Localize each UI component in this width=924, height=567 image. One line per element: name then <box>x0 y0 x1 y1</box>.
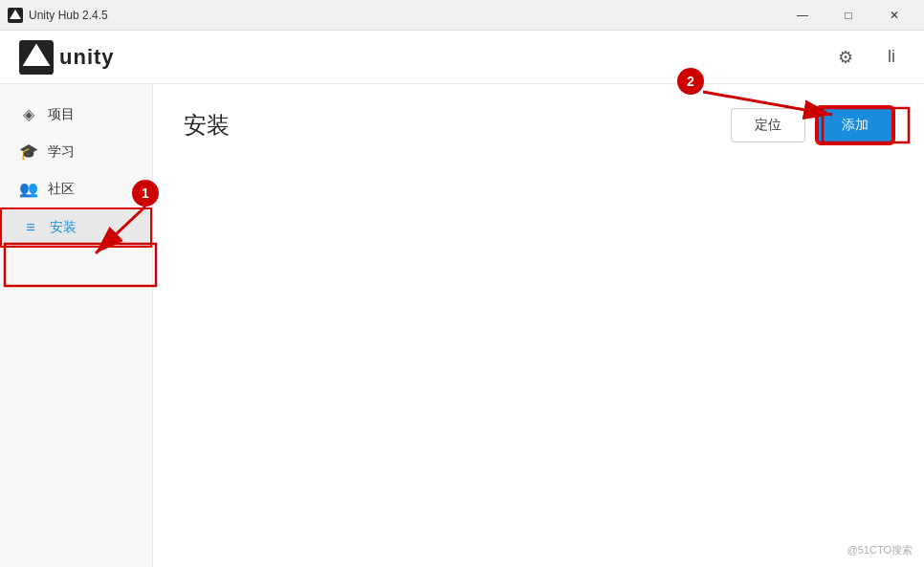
projects-icon: ◈ <box>19 105 38 123</box>
learn-icon: 🎓 <box>19 142 38 161</box>
sidebar-item-install[interactable]: ≡ 安装 <box>0 207 152 248</box>
add-button[interactable]: 添加 <box>817 107 893 143</box>
logo-area: unity <box>19 40 115 75</box>
sidebar: ◈ 项目 🎓 学习 👥 社区 ≡ 安装 <box>0 84 153 567</box>
sidebar-item-projects-label: 项目 <box>48 106 75 123</box>
community-icon: 👥 <box>19 180 38 198</box>
main-content: 安装 定位 添加 <box>153 84 924 567</box>
watermark: @51CTO搜索 <box>847 543 913 557</box>
unity-logo-icon <box>19 40 54 75</box>
close-button[interactable]: ✕ <box>872 0 916 31</box>
app-header: unity ⚙ li <box>0 31 924 84</box>
sidebar-item-community[interactable]: 👥 社区 <box>0 170 152 207</box>
sidebar-item-community-label: 社区 <box>48 181 75 198</box>
titlebar-controls: — □ ✕ <box>781 0 916 31</box>
titlebar-title: Unity Hub 2.4.5 <box>29 9 108 22</box>
app-container: unity ⚙ li ◈ 项目 🎓 学习 👥 社区 ≡ 安装 <box>0 31 924 567</box>
app-body: ◈ 项目 🎓 学习 👥 社区 ≡ 安装 安装 定位 添加 <box>0 84 924 567</box>
maximize-button[interactable]: □ <box>826 0 870 31</box>
sidebar-item-install-label: 安装 <box>50 219 77 236</box>
settings-button[interactable]: ⚙ <box>828 40 863 75</box>
content-actions: 定位 添加 <box>731 107 893 143</box>
header-actions: ⚙ li <box>828 40 909 75</box>
sidebar-item-learn-label: 学习 <box>48 143 75 161</box>
minimize-button[interactable]: — <box>781 0 825 31</box>
titlebar: Unity Hub 2.4.5 — □ ✕ <box>0 0 924 31</box>
user-button[interactable]: li <box>874 40 909 75</box>
app-icon <box>8 8 23 23</box>
page-title: 安装 <box>184 110 230 141</box>
install-icon: ≡ <box>21 219 40 236</box>
logo-text: unity <box>59 45 115 70</box>
sidebar-item-projects[interactable]: ◈ 项目 <box>0 96 152 133</box>
sidebar-item-learn[interactable]: 🎓 学习 <box>0 133 152 170</box>
titlebar-left: Unity Hub 2.4.5 <box>8 8 108 23</box>
locate-button[interactable]: 定位 <box>731 108 805 142</box>
content-header: 安装 定位 添加 <box>184 107 893 143</box>
